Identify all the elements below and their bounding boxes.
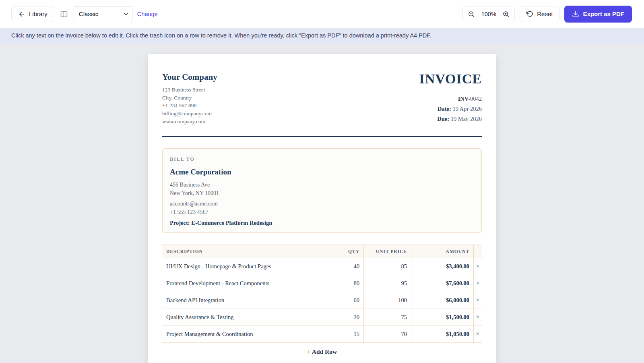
reset-icon: [526, 10, 533, 17]
zoom-in-button[interactable]: [499, 7, 513, 21]
export-pdf-button[interactable]: Export as PDF: [564, 6, 632, 23]
template-select-wrap: Classic: [74, 6, 132, 22]
remove-row-cell: ×: [474, 326, 482, 342]
invoice-header: Your Company 123 Business Street City, C…: [162, 72, 482, 126]
zoom-controls: 100%: [462, 6, 515, 22]
header-qty: QTY: [317, 245, 364, 258]
client-email[interactable]: accounts@acme.com: [170, 199, 474, 208]
cell-amount[interactable]: $1,500.00: [411, 309, 474, 326]
template-select[interactable]: Classic: [74, 6, 132, 22]
company-address-line2[interactable]: City, Country: [162, 94, 217, 102]
zoom-level-label: 100%: [478, 11, 499, 17]
cell-unit-price[interactable]: 100: [364, 292, 411, 309]
table-row: UI/UX Design - Homepage & Product Pages …: [162, 258, 482, 275]
remove-row-button[interactable]: ×: [475, 330, 480, 338]
project-line[interactable]: Project: E-Commerce Platform Redesign: [170, 220, 474, 226]
cell-amount[interactable]: $7,600.00: [411, 275, 474, 292]
cell-unit-price[interactable]: 85: [364, 258, 411, 275]
library-button-label: Library: [29, 10, 47, 17]
header-divider: [162, 136, 482, 137]
cell-amount[interactable]: $3,400.00: [411, 258, 474, 275]
table-row: Backend API Integration 60 100 $6,000.00…: [162, 292, 482, 309]
cell-qty[interactable]: 20: [317, 309, 364, 326]
client-phone[interactable]: +1 555 123 4567: [170, 208, 474, 216]
remove-row-cell: ×: [474, 292, 482, 309]
remove-row-cell: ×: [474, 275, 482, 292]
remove-row-button[interactable]: ×: [475, 279, 480, 287]
bill-to-label[interactable]: BILL TO: [170, 156, 474, 162]
line-items-table: DESCRIPTION QTY UNIT PRICE AMOUNT UI/UX …: [162, 245, 482, 343]
arrow-left-icon: [18, 10, 25, 18]
remove-row-button[interactable]: ×: [475, 296, 480, 304]
cell-amount[interactable]: $6,000.00: [411, 292, 474, 309]
company-address-line1[interactable]: 123 Business Street: [162, 86, 217, 94]
remove-row-button[interactable]: ×: [475, 262, 480, 270]
info-banner-text: Click any text on the invoice below to e…: [11, 32, 431, 39]
reset-button[interactable]: Reset: [520, 6, 559, 22]
invoice-title[interactable]: INVOICE: [419, 72, 482, 86]
invoice-due-value: 19 May 2026: [449, 116, 482, 122]
remove-row-cell: ×: [474, 309, 482, 326]
invoice-number-value: 0042: [470, 95, 482, 102]
reset-button-label: Reset: [537, 10, 553, 17]
toolbar-left: Library Classic Change: [11, 6, 158, 22]
invoice-date-label: Date:: [438, 106, 451, 112]
cell-description[interactable]: Project Management & Coordination: [162, 326, 317, 342]
invoice-number-prefix: INV-: [458, 95, 470, 102]
company-phone[interactable]: +1 234 567 890: [162, 102, 217, 110]
client-name[interactable]: Acme Corporation: [170, 168, 474, 176]
cell-description[interactable]: Frontend Development - React Components: [162, 275, 317, 292]
client-address-line2[interactable]: New York, NY 10001: [170, 189, 474, 197]
invoice-paper: Your Company 123 Business Street City, C…: [148, 54, 496, 363]
cell-amount[interactable]: $1,050.00: [411, 326, 474, 342]
table-row: Quality Assurance & Testing 20 75 $1,500…: [162, 309, 482, 326]
company-email[interactable]: billing@company.com: [162, 110, 217, 118]
cell-qty[interactable]: 40: [317, 258, 364, 275]
toolbar-right: 100% Reset Export as PDF: [462, 6, 632, 23]
bill-to-box: BILL TO Acme Corporation 456 Business Av…: [162, 148, 482, 233]
company-website[interactable]: www.company.com: [162, 118, 217, 126]
invoice-canvas: Your Company 123 Business Street City, C…: [0, 43, 644, 363]
header-description: DESCRIPTION: [162, 245, 317, 258]
download-icon: [572, 10, 579, 18]
cell-qty[interactable]: 15: [317, 326, 364, 342]
invoice-due-date[interactable]: Due: 19 May 2026: [419, 114, 482, 124]
template-layout-icon: [60, 10, 68, 18]
zoom-out-icon: [468, 10, 475, 18]
change-template-link[interactable]: Change: [137, 11, 158, 17]
cell-description[interactable]: UI/UX Design - Homepage & Product Pages: [162, 258, 317, 275]
header-remove-col: [474, 245, 482, 258]
invoice-date-value: 19 Apr 2026: [451, 106, 482, 112]
cell-description[interactable]: Quality Assurance & Testing: [162, 309, 317, 326]
remove-row-button[interactable]: ×: [475, 313, 480, 321]
remove-row-cell: ×: [474, 258, 482, 275]
client-address-line1[interactable]: 456 Business Ave: [170, 180, 474, 189]
export-pdf-label: Export as PDF: [583, 10, 624, 17]
cell-qty[interactable]: 80: [317, 275, 364, 292]
header-amount: AMOUNT: [411, 245, 474, 258]
company-name[interactable]: Your Company: [162, 72, 217, 82]
top-toolbar: Library Classic Change 100%: [0, 0, 644, 28]
cell-description[interactable]: Backend API Integration: [162, 292, 317, 309]
company-block: Your Company 123 Business Street City, C…: [162, 72, 217, 126]
invoice-number[interactable]: INV-0042: [419, 94, 482, 104]
table-row: Frontend Development - React Components …: [162, 275, 482, 292]
table-header-row: DESCRIPTION QTY UNIT PRICE AMOUNT: [162, 245, 482, 258]
cell-unit-price[interactable]: 70: [364, 326, 411, 342]
invoice-due-label: Due:: [437, 116, 449, 122]
cell-unit-price[interactable]: 75: [364, 309, 411, 326]
cell-unit-price[interactable]: 95: [364, 275, 411, 292]
zoom-in-icon: [502, 10, 510, 18]
invoice-date[interactable]: Date: 19 Apr 2026: [419, 104, 482, 114]
zoom-out-button[interactable]: [464, 7, 478, 21]
info-banner: Click any text on the invoice below to e…: [0, 28, 644, 43]
invoice-title-block: INVOICE INV-0042 Date: 19 Apr 2026 Due: …: [419, 72, 482, 124]
library-button[interactable]: Library: [11, 6, 54, 22]
header-unit-price: UNIT PRICE: [364, 245, 411, 258]
add-row-button[interactable]: + Add Row: [162, 348, 482, 355]
cell-qty[interactable]: 60: [317, 292, 364, 309]
table-row: Project Management & Coordination 15 70 …: [162, 326, 482, 343]
